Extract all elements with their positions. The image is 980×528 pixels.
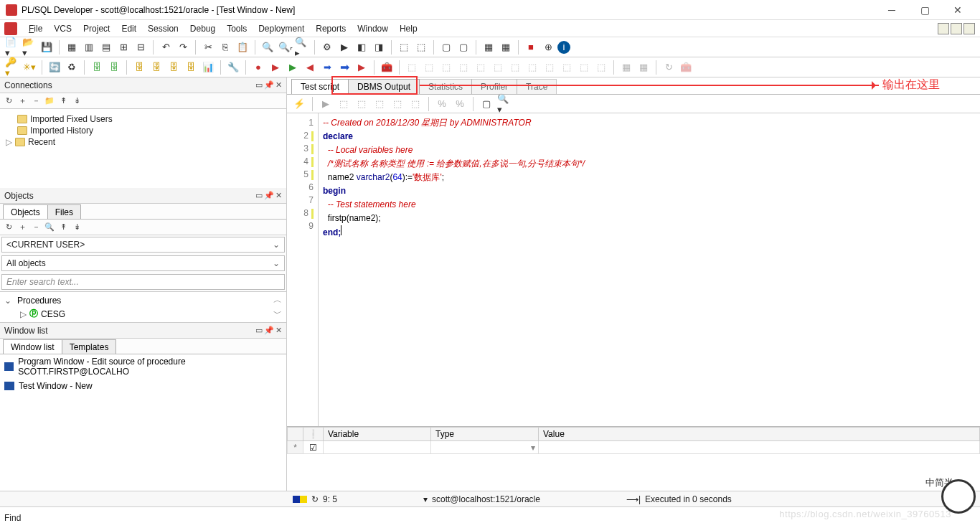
menu-debug[interactable]: Debug [184,22,221,36]
cut-icon[interactable]: ✂ [200,39,216,55]
tb-btn-10[interactable]: ▶ [336,39,352,55]
var-col-flag[interactable]: ❕ [303,428,324,441]
d12-icon[interactable]: ⬚ [593,60,609,75]
wrench-icon[interactable]: 🔧 [225,60,241,75]
tb-btn-16[interactable]: ▢ [456,39,471,55]
tb-btn-13[interactable]: ⬚ [396,39,412,55]
tb-btn-17[interactable]: ▦ [481,39,496,55]
code-editor[interactable]: 123456789 -- Created on 2018/12/30 星期日 b… [287,113,980,426]
chevron-down-icon[interactable]: ﹀ [273,308,282,320]
maximize-button[interactable]: ▢ [908,0,941,20]
conn-up-icon[interactable]: ↟ [57,95,69,107]
panel-close-icon[interactable]: ✕ [275,191,282,200]
exec-icon[interactable]: ⚡ [291,96,307,112]
tab-statistics[interactable]: Statistics [419,79,472,94]
search-icon[interactable]: 🔍▾ [496,96,512,112]
conn-del-icon[interactable]: － [30,95,42,107]
otree-procedures[interactable]: ⌄Procedures︿ [4,293,282,307]
step-arrow-icon[interactable]: ◀ [302,60,318,75]
tb-btn-18[interactable]: ▦ [498,39,514,55]
tab-test-script[interactable]: Test script [291,79,349,94]
objects-tree[interactable]: ⌄Procedures︿ ▷ⓟCESG﹀ [0,291,286,323]
tb-btn-2[interactable]: ▥ [81,39,97,55]
menu-file[interactable]: FFileile [23,22,48,36]
panel-close-icon[interactable]: ✕ [275,80,282,90]
refresh-status-icon[interactable]: ↻ [311,494,319,504]
conn-add-icon[interactable]: ＋ [17,95,28,107]
d13-icon[interactable]: ▦ [618,60,634,75]
refresh2-icon[interactable]: ♻ [64,60,80,75]
obj-del-icon[interactable]: － [30,222,42,233]
status-connection[interactable]: scott@localhost:1521/oracle [432,494,540,504]
objects-search-input[interactable]: Enter search text... [1,274,285,290]
new-icon[interactable]: 📄▾ [4,39,20,55]
menu-reports[interactable]: Reports [310,22,352,36]
obj-down-icon[interactable]: ↡ [71,222,83,233]
var-col-variable[interactable]: Variable [324,428,431,441]
tb-btn-3[interactable]: ▤ [98,39,114,55]
panel-close-icon[interactable]: ✕ [275,326,282,335]
chevron-up-icon[interactable]: ︿ [273,294,282,306]
gear-icon[interactable]: ✳▾ [22,60,37,75]
find-icon[interactable]: 🔍 [260,39,275,55]
tab-trace[interactable]: Trace [517,79,557,94]
save-icon[interactable]: 💾 [39,39,55,55]
d10-icon[interactable]: ⬚ [559,60,575,75]
ed-t4[interactable]: ⬚ [390,96,405,112]
d14-icon[interactable]: ▦ [636,60,651,75]
copy-icon[interactable]: ⎘ [217,39,233,55]
mdi-close[interactable] [963,23,975,34]
bp-icon[interactable]: ● [250,60,266,75]
conn-refresh-icon[interactable]: ↻ [3,95,14,107]
d2-icon[interactable]: ⬚ [421,60,437,75]
paste-icon[interactable]: 📋 [235,39,250,55]
tab-files[interactable]: Files [47,204,81,219]
d1-icon[interactable]: ⬚ [404,60,420,75]
ed-t8[interactable]: ▢ [479,96,494,112]
ed-t1[interactable]: ⬚ [336,96,352,112]
panel-dock-icon[interactable]: ▭ [255,80,263,90]
tb-btn-11[interactable]: ◧ [354,39,369,55]
ed-t6[interactable]: % [434,96,450,112]
menu-project[interactable]: Project [77,22,116,36]
mdi-min[interactable] [938,23,949,34]
db2-icon[interactable]: 🗄 [106,60,122,75]
menu-deployment[interactable]: Deployment [253,22,310,36]
db5-icon[interactable]: 🗄 [166,60,182,75]
step3-icon[interactable]: ▶ [354,60,369,75]
tb-btn-5[interactable]: ⊟ [133,39,149,55]
d7-icon[interactable]: ⬚ [507,60,523,75]
tab-profiler[interactable]: Profiler [471,79,517,94]
tb-btn-14[interactable]: ⬚ [413,39,429,55]
panel-pin-icon[interactable]: 📌 [264,191,274,200]
d6-icon[interactable]: ⬚ [490,60,506,75]
d4-icon[interactable]: ⬚ [456,60,471,75]
tree-node-fixed-users[interactable]: Imported Fixed Users [6,113,281,125]
minimize-button[interactable]: ─ [875,0,908,20]
panel-dock-icon[interactable]: ▭ [255,326,263,335]
replace-icon[interactable]: 🔍ᵣ [277,39,293,55]
tab-templates[interactable]: Templates [62,339,117,354]
tab-dbms-output[interactable]: DBMS Output [348,79,420,94]
connections-tree[interactable]: Imported Fixed Users Imported History ▷R… [0,109,286,188]
d8-icon[interactable]: ⬚ [524,60,540,75]
variables-grid[interactable]: ❕ Variable Type Value *☑▾ [287,426,980,491]
play-icon[interactable]: ▶ [318,96,334,112]
panel-pin-icon[interactable]: 📌 [264,326,274,335]
winlist-item-test[interactable]: Test Window - New [0,379,286,393]
panel-dock-icon[interactable]: ▭ [255,191,263,200]
window-list[interactable]: Program Window - Edit source of procedur… [0,354,286,491]
tool-icon[interactable]: 🧰 [379,60,395,75]
obj-add-icon[interactable]: ＋ [17,222,28,233]
menu-edit[interactable]: Edit [116,22,142,36]
menu-help[interactable]: Help [394,22,423,36]
conn-folder-icon[interactable]: 📁 [44,95,55,107]
d9-icon[interactable]: ⬚ [542,60,557,75]
d15-icon[interactable]: ↻ [661,60,677,75]
winlist-item-program[interactable]: Program Window - Edit source of procedur… [0,354,286,379]
tb-btn-20[interactable]: ⊕ [540,39,556,55]
findnext-icon[interactable]: 🔍▸ [294,39,310,55]
run-green-icon[interactable]: ▶ [285,60,301,75]
db6-icon[interactable]: 🗄 [183,60,199,75]
run-red-icon[interactable]: ▶ [268,60,283,75]
